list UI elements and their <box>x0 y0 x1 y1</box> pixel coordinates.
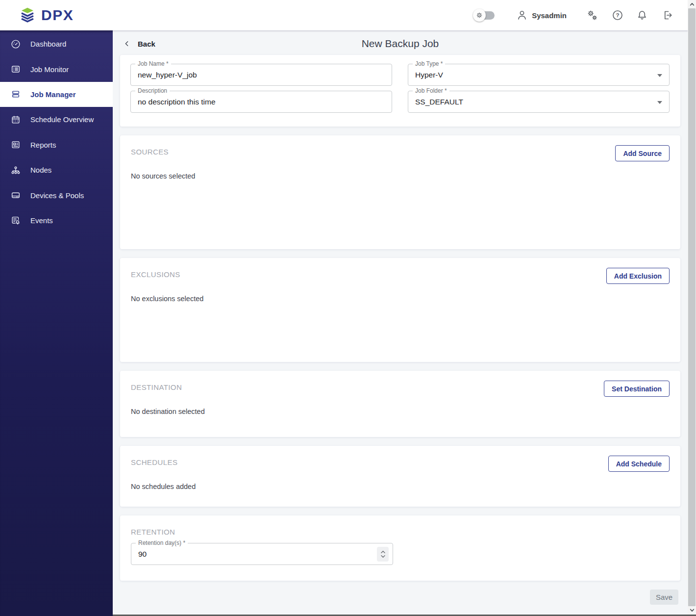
logout-button[interactable] <box>662 9 673 21</box>
add-exclusion-button[interactable]: Add Exclusion <box>606 268 670 284</box>
sidebar-item-label: Job Monitor <box>30 65 69 74</box>
page-header: Back New Backup Job <box>120 32 680 55</box>
dashboard-icon <box>10 39 21 50</box>
help-icon: ? <box>612 9 623 21</box>
sidebar-item-reports[interactable]: Reports <box>0 132 113 157</box>
sources-section: SOURCES Add Source No sources selected <box>120 135 680 249</box>
back-button[interactable]: Back <box>120 40 155 48</box>
stepper-up-icon <box>380 550 386 554</box>
add-source-button[interactable]: Add Source <box>615 145 670 161</box>
brand-wordmark: DPX <box>41 7 74 24</box>
back-label: Back <box>138 40 155 48</box>
job-type-select[interactable]: Job Type * Hyper-V <box>408 64 670 86</box>
user-icon <box>516 9 528 21</box>
retention-section: RETENTION Retention day(s) * <box>120 515 680 581</box>
sources-title: SOURCES <box>131 148 169 156</box>
sidebar-item-nodes[interactable]: Nodes <box>0 157 113 182</box>
scrollbar-thumb[interactable] <box>688 8 696 606</box>
job-details-card: Job Name * Job Type * Hyper-V Descriptio… <box>120 55 680 127</box>
gear-icon <box>475 11 483 19</box>
cogs-icon <box>586 9 598 21</box>
destination-section: DESTINATION Set Destination No destinati… <box>120 371 680 437</box>
sidebar: Dashboard Job Monitor Job Manager Schedu… <box>0 30 113 616</box>
sidebar-item-schedule-overview[interactable]: Schedule Overview <box>0 107 113 132</box>
dpx-layers-icon <box>19 6 36 24</box>
notifications-button[interactable] <box>636 9 648 21</box>
page-title: New Backup Job <box>362 38 439 50</box>
set-destination-button[interactable]: Set Destination <box>604 381 670 397</box>
sidebar-item-label: Reports <box>30 141 56 149</box>
schedule-icon <box>10 114 21 125</box>
user-menu[interactable]: Sysadmin <box>516 9 567 21</box>
sidebar-item-label: Job Manager <box>30 90 76 99</box>
schedules-empty-text: No schedules added <box>131 483 670 490</box>
sidebar-item-label: Events <box>30 216 53 225</box>
topbar: DPX Sysadmin <box>0 0 696 30</box>
toggle-thumb <box>473 9 486 22</box>
nodes-icon <box>10 165 21 176</box>
user-name: Sysadmin <box>532 11 567 20</box>
sidebar-item-label: Schedule Overview <box>30 115 94 124</box>
vertical-scrollbar[interactable] <box>688 0 696 615</box>
add-schedule-button[interactable]: Add Schedule <box>608 456 670 472</box>
main-content: Back New Backup Job Job Name * Job Type … <box>113 30 688 615</box>
job-folder-select[interactable]: Job Folder * SS_DEFAULT <box>408 91 670 113</box>
quantity-stepper[interactable] <box>377 547 389 562</box>
save-button[interactable]: Save <box>650 590 678 605</box>
exclusions-section: EXCLUSIONS Add Exclusion No exclusions s… <box>120 258 680 362</box>
sidebar-item-job-manager[interactable]: Job Manager <box>0 82 113 107</box>
retention-field-wrap: Retention day(s) * <box>131 543 393 565</box>
brand-logo: DPX <box>19 6 74 24</box>
devices-icon <box>10 190 21 201</box>
exclusions-empty-text: No exclusions selected <box>131 295 670 303</box>
sources-empty-text: No sources selected <box>131 172 670 180</box>
retention-title: RETENTION <box>131 528 670 536</box>
sidebar-item-dashboard[interactable]: Dashboard <box>0 31 113 56</box>
retention-days-input[interactable] <box>138 550 386 559</box>
description-input[interactable] <box>138 98 385 106</box>
schedules-section: SCHEDULES Add Schedule No schedules adde… <box>120 446 680 507</box>
events-icon <box>10 215 21 226</box>
job-type-value: Hyper-V <box>415 71 443 79</box>
help-button[interactable]: ? <box>612 9 623 21</box>
job-manager-icon <box>10 89 21 100</box>
job-monitor-icon <box>10 64 21 75</box>
sidebar-item-events[interactable]: Events <box>0 208 113 233</box>
destination-empty-text: No destination selected <box>131 408 670 415</box>
retention-label: Retention day(s) * <box>136 539 188 546</box>
system-settings-button[interactable] <box>586 9 598 21</box>
job-folder-label: Job Folder * <box>413 87 449 94</box>
logout-icon <box>662 9 673 21</box>
sidebar-item-label: Devices & Pools <box>30 191 84 200</box>
job-name-input[interactable] <box>138 71 385 79</box>
job-name-field-wrap: Job Name * <box>130 64 392 86</box>
reports-icon <box>10 139 21 150</box>
description-label: Description <box>135 87 170 94</box>
description-field-wrap: Description <box>130 91 392 113</box>
schedules-title: SCHEDULES <box>131 458 177 466</box>
bell-icon <box>636 9 648 21</box>
destination-title: DESTINATION <box>131 383 182 391</box>
chevron-down-icon <box>657 101 662 104</box>
stepper-down-icon <box>380 555 386 558</box>
chevron-down-icon <box>657 74 662 77</box>
chevron-left-icon <box>123 40 131 48</box>
exclusions-title: EXCLUSIONS <box>131 270 180 279</box>
scroll-up-arrow-icon[interactable] <box>688 0 696 8</box>
sidebar-item-devices-pools[interactable]: Devices & Pools <box>0 182 113 207</box>
settings-toggle[interactable] <box>473 9 496 22</box>
job-type-label: Job Type * <box>413 60 445 67</box>
sidebar-item-label: Nodes <box>30 166 51 174</box>
sidebar-item-job-monitor[interactable]: Job Monitor <box>0 56 113 81</box>
sidebar-item-label: Dashboard <box>30 40 66 48</box>
scroll-down-arrow-icon[interactable] <box>688 606 696 615</box>
job-folder-value: SS_DEFAULT <box>415 98 463 106</box>
job-name-label: Job Name * <box>135 60 171 67</box>
svg-text:?: ? <box>616 12 619 18</box>
footer-actions: Save <box>120 590 680 605</box>
